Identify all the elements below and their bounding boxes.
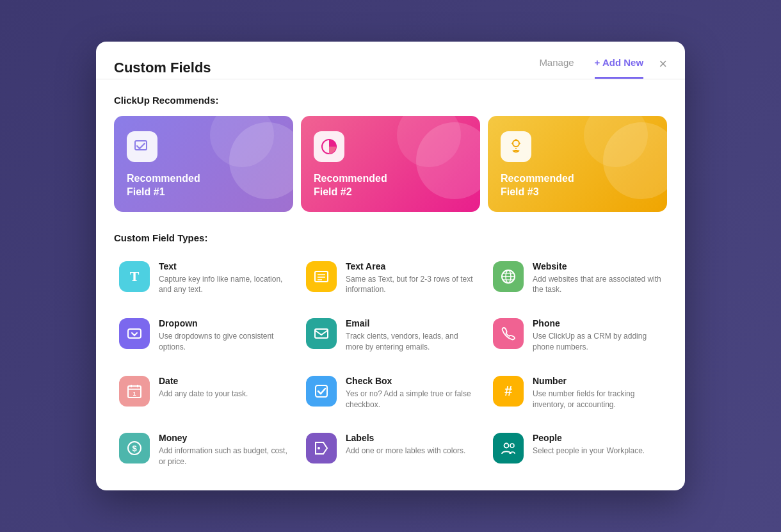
svg-point-27 — [318, 447, 320, 449]
field-desc-text: Capture key info like name, location, an… — [159, 274, 288, 296]
field-icon-money: $ — [119, 433, 150, 463]
custom-fields-modal: Custom Fields Manage + Add New × ClickUp… — [96, 42, 685, 490]
field-item-email[interactable]: Email Track clents, vendors, leads, and … — [301, 313, 480, 358]
field-name-people: People — [533, 433, 662, 443]
field-icon-phone — [493, 318, 524, 349]
svg-rect-24 — [316, 385, 327, 397]
field-name-textarea: Text Area — [346, 261, 475, 271]
tab-add-new[interactable]: + Add New — [595, 57, 644, 79]
field-icon-number: # — [493, 376, 524, 407]
field-icon-labels — [306, 433, 337, 463]
field-item-text[interactable]: T Text Capture key info like name, locat… — [114, 256, 293, 301]
tabs-container: Manage + Add New — [539, 57, 643, 79]
field-types-title: Custom Field Types: — [114, 232, 667, 243]
svg-point-29 — [510, 444, 514, 447]
field-icon-dropdown — [119, 318, 150, 349]
field-item-textarea[interactable]: Text Area Same as Text, but for 2-3 rows… — [301, 256, 480, 301]
field-item-website[interactable]: Website Add websites that are associated… — [488, 256, 667, 301]
field-name-money: Money — [159, 433, 288, 443]
rec-label-3: RecommendedField #3 — [501, 172, 654, 199]
field-desc-people: Select people in your Workplace. — [533, 446, 662, 456]
field-item-people[interactable]: People Select people in your Workplace. — [488, 428, 667, 472]
field-name-phone: Phone — [533, 318, 662, 328]
field-icon-people — [493, 433, 524, 463]
field-item-checkbox[interactable]: Check Box Yes or no? Add a simple true o… — [301, 371, 480, 415]
recommended-card-3[interactable]: RecommendedField #3 — [488, 116, 667, 212]
field-item-date[interactable]: 1 Date Add any date to your task. — [114, 371, 293, 415]
field-desc-website: Add websites that are associated with th… — [533, 274, 662, 296]
field-icon-textarea — [306, 261, 337, 292]
modal-overlay: Custom Fields Manage + Add New × ClickUp… — [0, 0, 781, 532]
field-desc-dropdown: Use dropdowns to give consistent options… — [159, 331, 288, 353]
field-desc-checkbox: Yes or no? Add a simple true or false ch… — [346, 389, 475, 410]
field-icon-website — [493, 261, 524, 292]
field-item-dropdown[interactable]: Dropown Use dropdowns to give consistent… — [114, 313, 293, 358]
rec-icon-1 — [127, 131, 157, 162]
field-name-website: Website — [533, 261, 662, 271]
field-icon-checkbox — [306, 376, 337, 407]
field-item-number[interactable]: # Number Use number fields for tracking … — [488, 371, 667, 415]
svg-point-28 — [504, 444, 509, 448]
field-name-labels: Labels — [346, 433, 475, 443]
field-desc-textarea: Same as Text, but for 2-3 rows of text i… — [346, 274, 475, 296]
svg-rect-18 — [315, 329, 328, 338]
rec-icon-2 — [314, 131, 344, 162]
field-desc-date: Add any date to your task. — [159, 389, 288, 399]
field-icon-text: T — [119, 261, 150, 292]
svg-rect-7 — [514, 150, 518, 151]
rec-label-2: RecommendedField #2 — [314, 172, 467, 199]
rec-label-1: RecommendedField #1 — [127, 172, 280, 199]
modal-header: Custom Fields Manage + Add New × — [96, 42, 685, 79]
recommended-section-title: ClickUp Recommends: — [114, 95, 667, 106]
recommended-card-1[interactable]: RecommendedField #1 — [114, 116, 293, 212]
field-icon-email — [306, 318, 337, 349]
recommended-card-2[interactable]: RecommendedField #2 — [301, 116, 480, 212]
svg-rect-17 — [128, 329, 141, 338]
modal-body: ClickUp Recommends: RecommendedField #1 — [96, 79, 685, 490]
field-icon-date: 1 — [119, 376, 150, 407]
field-name-checkbox: Check Box — [346, 376, 475, 386]
rec-icon-3 — [501, 131, 531, 162]
field-item-labels[interactable]: Labels Add one or more lables with color… — [301, 428, 480, 472]
field-types-grid: T Text Capture key info like name, locat… — [114, 256, 667, 472]
field-desc-email: Track clents, vendors, leads, and more b… — [346, 331, 475, 353]
recommended-grid: RecommendedField #1 RecommendedField #2 — [114, 116, 667, 212]
field-name-email: Email — [346, 318, 475, 328]
field-item-phone[interactable]: Phone Use ClickUp as a CRM by adding pho… — [488, 313, 667, 358]
field-desc-phone: Use ClickUp as a CRM by adding phone num… — [533, 331, 662, 353]
field-desc-number: Use number fields for tracking inventory… — [533, 389, 662, 410]
svg-text:$: $ — [132, 444, 137, 453]
modal-title: Custom Fields — [114, 60, 211, 76]
field-desc-labels: Add one or more lables with colors. — [346, 446, 475, 456]
close-button[interactable]: × — [659, 57, 667, 71]
field-name-number: Number — [533, 376, 662, 386]
field-name-dropdown: Dropown — [159, 318, 288, 328]
svg-text:1: 1 — [133, 391, 136, 397]
field-item-money[interactable]: $ Money Add information such as budget, … — [114, 428, 293, 472]
tab-manage[interactable]: Manage — [539, 57, 574, 79]
field-name-text: Text — [159, 261, 288, 271]
field-name-date: Date — [159, 376, 288, 386]
svg-point-2 — [513, 140, 519, 147]
field-desc-money: Add information such as budget, cost, or… — [159, 446, 288, 467]
